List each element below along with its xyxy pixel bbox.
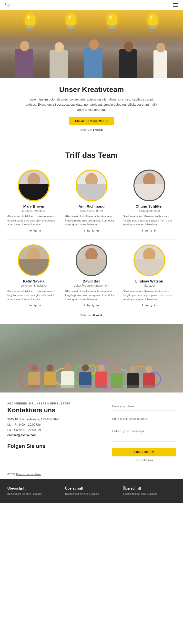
hero-person-2 xyxy=(50,42,69,78)
member-photo-2 xyxy=(76,170,107,201)
footer-title-2: Überschrift xyxy=(65,486,118,490)
team-member-5: David Bell Leiter Produktmanagement Glav… xyxy=(65,244,118,307)
hero-cta-button[interactable]: ERFAHREN SIE MEHR xyxy=(69,117,114,125)
hero-person-1 xyxy=(15,42,34,78)
instagram-icon-3[interactable]: ig xyxy=(150,229,152,232)
footer-col-3: Überschrift Beispieltext für eine Fußzei… xyxy=(123,486,176,496)
team-freepik-link[interactable]: Freepik xyxy=(93,314,102,317)
member-role-3: Strategiedirektor xyxy=(138,209,160,212)
footer-col-2: Überschrift Beispieltext für eine Fußzei… xyxy=(65,486,118,496)
member-name-2: Ann Richmond xyxy=(78,204,105,208)
seated-person-6 xyxy=(109,366,125,388)
instagram-icon-6[interactable]: ig xyxy=(150,304,152,307)
instagram-icon-5[interactable]: ig xyxy=(92,304,94,307)
member-photo-4 xyxy=(18,244,50,276)
hero-title: Unser Kreativteam xyxy=(24,86,158,94)
seated-person-7 xyxy=(125,366,141,388)
member-name-3: Chung Schlüter xyxy=(136,204,163,208)
instagram-icon-1[interactable]: ig xyxy=(34,229,37,232)
member-socials-3: f tw ig in xyxy=(142,229,156,232)
hero-content: Unser Kreativteam Lorem ipsum dolor sit … xyxy=(0,78,183,138)
seated-person-2 xyxy=(42,364,58,388)
footer-title-3: Überschrift xyxy=(123,486,176,490)
member-desc-2: Glavi amet nitnisi libero molestie ante … xyxy=(65,214,118,226)
team-title: Triff das Team xyxy=(7,151,176,160)
header: logo xyxy=(0,0,183,10)
bulb-icon-3 xyxy=(105,14,118,30)
facebook-icon-3[interactable]: f xyxy=(142,229,143,232)
form-freepik-link[interactable]: Freepik xyxy=(144,459,153,462)
hero-person-5 xyxy=(154,42,168,78)
member-socials-5: f tw ig in xyxy=(84,304,98,307)
member-photo-person-6 xyxy=(134,246,164,275)
contact-right: EINREICHEN Bild von Freepik xyxy=(112,402,176,462)
form-freepik-credit: Bild von Freepik xyxy=(112,459,176,462)
contact-hours1: Mo – Fr: 9:00 – 20:00 Uhr, xyxy=(7,422,105,428)
linkedin-icon-2[interactable]: in xyxy=(96,229,99,232)
contact-left: ABONNIEREN SIE UNSEREN NEWSLETTER Kontak… xyxy=(7,402,105,462)
member-desc-3: Glavi amet nitnisi libero molestie ante … xyxy=(123,214,176,226)
footer-title-1: Überschrift xyxy=(7,486,60,490)
member-name-6: Lindsay Watson xyxy=(135,279,163,283)
copyright-text: ©2024 xyxy=(7,473,15,476)
hero-image xyxy=(0,10,183,78)
twitter-icon-1[interactable]: tw xyxy=(29,229,32,232)
team-section: Triff das Team Mary Brown kreativer Anfü… xyxy=(0,138,183,324)
member-photo-1 xyxy=(18,170,50,201)
hero-description: Lorem ipsum dolor sit amet, consectetur … xyxy=(24,97,158,112)
footer: Überschrift Beispieltext für eine Fußzei… xyxy=(0,479,183,503)
hero-person-4 xyxy=(119,42,138,78)
member-desc-4: Glavi amet nitnisi libero molestie ante … xyxy=(7,289,60,302)
team-member-2: Ann Richmond kreativer Anführer Glavi am… xyxy=(65,170,118,232)
team-freepik-credit: Bilder von Freepik xyxy=(7,314,176,317)
contact-info: 3045 10 Sunrize Avenue, 123-456-7890 Mo … xyxy=(7,417,105,438)
team-member-3: Chung Schlüter Strategiedirektor Glavi a… xyxy=(123,170,176,232)
instagram-icon-2[interactable]: ig xyxy=(92,229,94,232)
logo: logo xyxy=(5,3,11,7)
form-message-input[interactable] xyxy=(112,427,176,442)
facebook-icon-4[interactable]: f xyxy=(26,304,28,307)
linkedin-icon-3[interactable]: in xyxy=(154,229,157,232)
twitter-icon-6[interactable]: tw xyxy=(145,304,148,307)
member-socials-1: f tw ig in xyxy=(26,229,41,232)
twitter-icon-2[interactable]: tw xyxy=(87,229,90,232)
copyright: ©2024 Datenschutzrichtlinie xyxy=(0,471,183,479)
facebook-icon-6[interactable]: f xyxy=(142,304,143,307)
contact-section: ABONNIEREN SIE UNSEREN NEWSLETTER Kontak… xyxy=(0,392,183,471)
linkedin-icon-6[interactable]: in xyxy=(154,304,157,307)
linkedin-icon-5[interactable]: in xyxy=(96,304,99,307)
team-member-1: Mary Brown kreativer Anführer Glavi amet… xyxy=(7,170,60,232)
footer-subtitle-2: Beispieltext für eine Fußzeile xyxy=(65,492,118,496)
member-role-6: Manager xyxy=(144,284,155,287)
team-grid-row2: Kelly Savala Leitender Entwickler Glavi … xyxy=(7,244,176,307)
hero-freepik-credit: Bilder von Freepik xyxy=(24,128,158,134)
hamburger-menu[interactable] xyxy=(173,3,178,6)
bulb-icon-4 xyxy=(146,14,160,30)
member-name-5: David Bell xyxy=(83,279,100,283)
form-name-input[interactable] xyxy=(112,402,176,411)
instagram-icon-4[interactable]: ig xyxy=(34,304,37,307)
seated-person-5 xyxy=(94,364,109,388)
twitter-icon-4[interactable]: tw xyxy=(29,304,32,307)
datenschutz-link[interactable]: Datenschutzrichtlinie xyxy=(16,473,41,476)
facebook-icon-5[interactable]: f xyxy=(84,304,85,307)
seated-person-1 xyxy=(26,364,42,388)
bulb-row xyxy=(0,11,183,33)
twitter-icon-5[interactable]: tw xyxy=(87,304,90,307)
form-submit-button[interactable]: EINREICHEN xyxy=(112,448,176,456)
member-desc-6: Glavi amet nitnisi libero molestie ante … xyxy=(123,289,176,302)
twitter-icon-3[interactable]: tw xyxy=(145,229,148,232)
form-email-input[interactable] xyxy=(112,415,176,423)
linkedin-icon-1[interactable]: in xyxy=(38,229,41,232)
bulb-icon-1 xyxy=(24,14,37,30)
follow-title: Folgen Sie uns xyxy=(7,443,105,449)
hero-freepik-link[interactable]: Freepik xyxy=(93,128,102,131)
linkedin-icon-4[interactable]: in xyxy=(38,304,41,307)
facebook-icon-2[interactable]: f xyxy=(84,229,85,232)
group-bg xyxy=(0,324,183,392)
facebook-icon-1[interactable]: f xyxy=(26,229,28,232)
member-desc-5: Glavi amet nitnisi libero molestie ante … xyxy=(65,289,118,302)
footer-subtitle-3: Beispieltext für eine Fußzeile xyxy=(123,492,176,496)
menu-line2 xyxy=(173,5,178,5)
contact-hours2: Sa – So: 9:30 – 22:00 Uhr xyxy=(7,428,105,433)
